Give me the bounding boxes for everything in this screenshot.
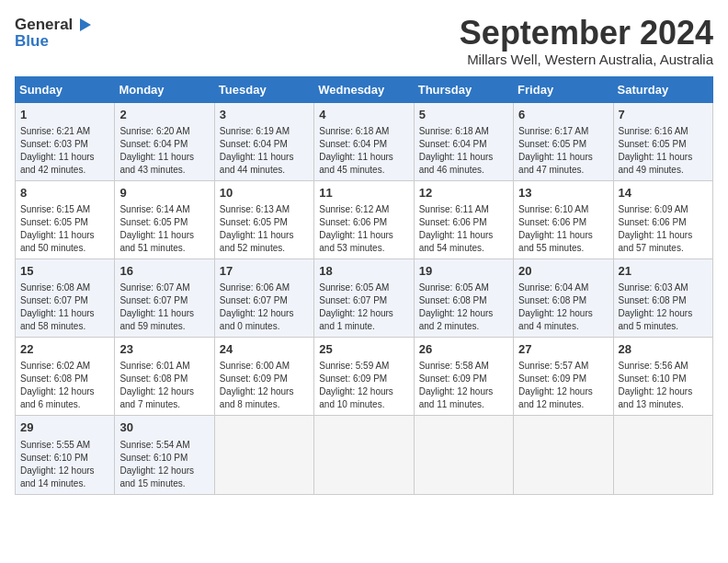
day-daylight: Daylight: 11 hours and 44 minutes. <box>220 151 309 177</box>
day-sunset: Sunset: 6:05 PM <box>20 216 109 229</box>
day-daylight: Daylight: 12 hours and 6 minutes. <box>20 385 109 411</box>
day-number: 28 <box>619 341 708 358</box>
day-daylight: Daylight: 12 hours and 13 minutes. <box>619 385 708 411</box>
day-number: 2 <box>119 107 209 123</box>
day-sunset: Sunset: 6:07 PM <box>119 294 209 307</box>
calendar-cell: 13 Sunrise: 6:10 AM Sunset: 6:06 PM Dayl… <box>514 180 613 259</box>
day-sunrise: Sunrise: 6:05 AM <box>319 282 408 294</box>
logo-arrow-icon <box>74 15 95 35</box>
day-daylight: Daylight: 11 hours and 42 minutes. <box>20 151 109 177</box>
day-daylight: Daylight: 11 hours and 55 minutes. <box>518 229 608 255</box>
calendar-cell: 8 Sunrise: 6:15 AM Sunset: 6:05 PM Dayli… <box>16 180 115 259</box>
calendar-cell: 4 Sunrise: 6:18 AM Sunset: 6:04 PM Dayli… <box>314 102 414 180</box>
calendar-cell: 30 Sunrise: 5:54 AM Sunset: 6:10 PM Dayl… <box>115 416 214 494</box>
day-daylight: Daylight: 11 hours and 52 minutes. <box>220 229 309 255</box>
day-header-thursday: Thursday <box>414 76 513 102</box>
day-sunrise: Sunrise: 6:01 AM <box>119 360 209 373</box>
day-daylight: Daylight: 12 hours and 4 minutes. <box>518 307 608 333</box>
day-sunrise: Sunrise: 6:03 AM <box>619 282 708 294</box>
day-sunset: Sunset: 6:06 PM <box>319 216 408 229</box>
day-number: 4 <box>319 107 408 123</box>
calendar-cell: 12 Sunrise: 6:11 AM Sunset: 6:06 PM Dayl… <box>414 180 513 259</box>
calendar-cell <box>613 416 712 494</box>
day-daylight: Daylight: 12 hours and 8 minutes. <box>220 385 309 411</box>
day-sunset: Sunset: 6:04 PM <box>419 138 508 151</box>
page-container: General Blue September 2024 Millars Well… <box>15 15 713 495</box>
calendar-cell: 23 Sunrise: 6:01 AM Sunset: 6:08 PM Dayl… <box>115 338 214 416</box>
day-number: 8 <box>20 185 109 201</box>
calendar-cell: 28 Sunrise: 5:56 AM Sunset: 6:10 PM Dayl… <box>613 338 712 416</box>
day-sunset: Sunset: 6:08 PM <box>419 294 508 307</box>
day-daylight: Daylight: 12 hours and 7 minutes. <box>119 385 209 411</box>
day-sunrise: Sunrise: 5:58 AM <box>419 360 508 373</box>
day-daylight: Daylight: 11 hours and 50 minutes. <box>20 229 109 255</box>
day-number: 22 <box>20 341 109 358</box>
day-sunset: Sunset: 6:04 PM <box>319 138 408 151</box>
calendar-week-row: 29 Sunrise: 5:55 AM Sunset: 6:10 PM Dayl… <box>16 416 713 494</box>
header: General Blue September 2024 Millars Well… <box>15 15 713 67</box>
day-number: 11 <box>319 185 408 201</box>
day-sunset: Sunset: 6:06 PM <box>518 216 608 229</box>
day-sunset: Sunset: 6:04 PM <box>119 138 209 151</box>
day-sunrise: Sunrise: 6:09 AM <box>619 203 708 216</box>
day-daylight: Daylight: 12 hours and 5 minutes. <box>619 307 708 333</box>
day-sunset: Sunset: 6:10 PM <box>619 373 708 385</box>
day-number: 20 <box>518 263 608 280</box>
calendar-week-row: 1 Sunrise: 6:21 AM Sunset: 6:03 PM Dayli… <box>16 102 713 180</box>
day-number: 15 <box>20 263 109 280</box>
day-sunrise: Sunrise: 5:55 AM <box>20 439 109 452</box>
day-header-monday: Monday <box>115 76 214 102</box>
calendar-cell: 16 Sunrise: 6:07 AM Sunset: 6:07 PM Dayl… <box>115 259 214 337</box>
day-sunrise: Sunrise: 6:17 AM <box>518 125 608 138</box>
calendar-cell: 14 Sunrise: 6:09 AM Sunset: 6:06 PM Dayl… <box>613 180 712 259</box>
calendar-cell: 29 Sunrise: 5:55 AM Sunset: 6:10 PM Dayl… <box>16 416 115 494</box>
day-sunset: Sunset: 6:05 PM <box>619 138 708 151</box>
calendar-cell: 20 Sunrise: 6:04 AM Sunset: 6:08 PM Dayl… <box>514 259 613 337</box>
day-sunset: Sunset: 6:09 PM <box>518 373 608 385</box>
day-number: 13 <box>518 185 608 201</box>
calendar-cell: 19 Sunrise: 6:05 AM Sunset: 6:08 PM Dayl… <box>414 259 513 337</box>
day-number: 1 <box>20 107 109 123</box>
day-sunset: Sunset: 6:09 PM <box>220 373 309 385</box>
day-sunrise: Sunrise: 6:12 AM <box>319 203 408 216</box>
day-number: 7 <box>619 107 708 123</box>
logo: General Blue <box>15 15 95 51</box>
day-daylight: Daylight: 12 hours and 2 minutes. <box>419 307 508 333</box>
day-number: 19 <box>419 263 508 280</box>
day-sunrise: Sunrise: 5:57 AM <box>518 360 608 373</box>
calendar-cell: 1 Sunrise: 6:21 AM Sunset: 6:03 PM Dayli… <box>16 102 115 180</box>
calendar-cell <box>314 416 414 494</box>
calendar-cell <box>514 416 613 494</box>
day-number: 24 <box>220 341 309 358</box>
days-header-row: SundayMondayTuesdayWednesdayThursdayFrid… <box>16 76 713 102</box>
day-sunrise: Sunrise: 5:59 AM <box>319 360 408 373</box>
logo-general: General <box>15 17 73 34</box>
day-number: 27 <box>518 341 608 358</box>
day-daylight: Daylight: 11 hours and 57 minutes. <box>619 229 708 255</box>
day-header-saturday: Saturday <box>613 76 712 102</box>
day-sunset: Sunset: 6:05 PM <box>119 216 209 229</box>
day-sunset: Sunset: 6:06 PM <box>419 216 508 229</box>
day-sunset: Sunset: 6:09 PM <box>419 373 508 385</box>
day-sunrise: Sunrise: 6:00 AM <box>220 360 309 373</box>
calendar-cell: 6 Sunrise: 6:17 AM Sunset: 6:05 PM Dayli… <box>514 102 613 180</box>
calendar-cell: 2 Sunrise: 6:20 AM Sunset: 6:04 PM Dayli… <box>115 102 214 180</box>
day-sunrise: Sunrise: 6:16 AM <box>619 125 708 138</box>
day-number: 12 <box>419 185 508 201</box>
day-sunset: Sunset: 6:10 PM <box>119 452 209 465</box>
calendar-cell: 17 Sunrise: 6:06 AM Sunset: 6:07 PM Dayl… <box>214 259 313 337</box>
calendar-cell: 27 Sunrise: 5:57 AM Sunset: 6:09 PM Dayl… <box>514 338 613 416</box>
calendar-table: SundayMondayTuesdayWednesdayThursdayFrid… <box>15 76 713 495</box>
day-header-friday: Friday <box>514 76 613 102</box>
calendar-cell: 11 Sunrise: 6:12 AM Sunset: 6:06 PM Dayl… <box>314 180 414 259</box>
day-sunrise: Sunrise: 6:08 AM <box>20 282 109 294</box>
day-sunrise: Sunrise: 6:11 AM <box>419 203 508 216</box>
day-daylight: Daylight: 12 hours and 12 minutes. <box>518 385 608 411</box>
day-number: 5 <box>419 107 508 123</box>
day-sunrise: Sunrise: 6:04 AM <box>518 282 608 294</box>
day-daylight: Daylight: 11 hours and 47 minutes. <box>518 151 608 177</box>
day-sunrise: Sunrise: 6:21 AM <box>20 125 109 138</box>
day-daylight: Daylight: 11 hours and 59 minutes. <box>119 307 209 333</box>
calendar-cell: 26 Sunrise: 5:58 AM Sunset: 6:09 PM Dayl… <box>414 338 513 416</box>
calendar-cell: 5 Sunrise: 6:18 AM Sunset: 6:04 PM Dayli… <box>414 102 513 180</box>
